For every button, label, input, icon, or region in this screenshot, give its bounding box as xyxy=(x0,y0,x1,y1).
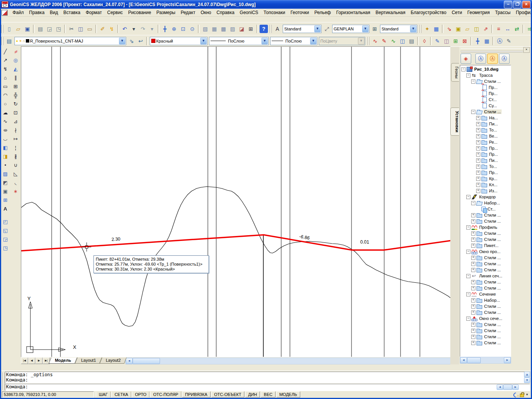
toggle-отс-объект[interactable]: ОТС-ОБЪЕКТ xyxy=(211,391,244,397)
offset-button[interactable]: ∥ xyxy=(11,73,21,82)
expand-icon[interactable]: + xyxy=(471,213,475,217)
menu-item-0[interactable]: Файл xyxy=(10,9,27,16)
tab-nav-button-0[interactable]: |◀ xyxy=(21,358,28,364)
linetype-combo[interactable]: ПоСлою ▼ xyxy=(209,37,269,45)
tree-item[interactable]: +Пикет... xyxy=(460,242,511,249)
tree-item[interactable]: +Стили ... xyxy=(460,334,511,340)
tree-item[interactable]: −Профиль xyxy=(460,224,511,230)
collapse-icon[interactable]: − xyxy=(466,73,470,78)
zoom-realtime-button[interactable]: ⊕ xyxy=(170,25,178,33)
tree-item[interactable]: +Из... xyxy=(460,188,511,194)
pr-annotate-button[interactable]: Ⓐ xyxy=(496,37,504,45)
redo-dd-button[interactable]: ▾ xyxy=(148,25,156,33)
quickcalc-button[interactable]: ⊞ xyxy=(247,25,255,33)
scroll-right-icon[interactable]: ► xyxy=(504,357,511,363)
revcloud-button[interactable]: ☁ xyxy=(1,108,10,117)
expand-icon[interactable]: + xyxy=(476,158,480,163)
plot-button[interactable]: ▤ xyxy=(36,25,44,33)
sun-icon[interactable]: ☀ xyxy=(19,39,22,43)
region-button[interactable]: ▣ xyxy=(1,187,10,196)
layout-tab-layout2[interactable]: Layout2 xyxy=(100,358,127,364)
tree-item[interactable]: −Коридор xyxy=(460,194,511,200)
tree-item[interactable]: Пр... xyxy=(460,90,511,97)
text-style-combo[interactable]: Standard ▼ xyxy=(283,25,321,33)
tree-item[interactable]: +Пр... xyxy=(460,151,511,157)
tree-item[interactable]: +Стили ... xyxy=(460,230,511,236)
toggle-орто[interactable]: ОРТО xyxy=(132,391,149,397)
ellipse-button[interactable]: ⊜ xyxy=(1,127,10,133)
expand-icon[interactable]: + xyxy=(476,189,480,193)
collapse-icon[interactable]: − xyxy=(461,67,466,71)
fillet-button[interactable]: ◟ xyxy=(11,178,21,187)
toggle-модель[interactable]: МОДЕЛЬ xyxy=(276,391,300,397)
tree-item[interactable]: +Стили ... xyxy=(460,267,511,273)
toggle-привязка[interactable]: ПРИВЯЗКА xyxy=(182,391,210,397)
command-hscrollbar[interactable]: ◄ ► xyxy=(497,385,520,390)
layer-combo[interactable]: ● ☀ ∩ R_Поверхность1_CNT-MAJ ▼ xyxy=(14,37,126,45)
expand-icon[interactable]: + xyxy=(476,165,480,169)
publish-button[interactable]: ◳ xyxy=(54,25,63,33)
gc-folder-button[interactable]: ▱ xyxy=(463,25,472,33)
command-vscrollbar[interactable]: ▲ ▼ xyxy=(524,372,530,383)
tree-item[interactable]: −Окно про... xyxy=(460,249,511,255)
hatch-button[interactable]: ▨ xyxy=(1,169,10,178)
toggle-сетка[interactable]: СЕТКА xyxy=(111,391,131,397)
communication-center-icon[interactable] xyxy=(513,392,518,397)
layout-tab-layout1[interactable]: Layout1 xyxy=(74,358,102,364)
mirror-button[interactable]: ◭ xyxy=(11,65,21,73)
menu-item-14[interactable]: Рельеф xyxy=(312,9,334,16)
expand-icon[interactable]: + xyxy=(471,335,475,339)
layer-prev-button[interactable]: ↩ xyxy=(136,37,145,45)
toolbar-grip[interactable] xyxy=(1,37,3,45)
menu-item-15[interactable]: Горизонтальная xyxy=(334,9,373,16)
tag-a3-button[interactable]: Ⓐ xyxy=(499,54,510,64)
table-style-combo[interactable]: Standard ▼ xyxy=(380,25,417,33)
redo-button[interactable]: ↷ xyxy=(139,25,147,33)
pr-create-button[interactable]: ∿ xyxy=(371,37,379,45)
expand-icon[interactable]: + xyxy=(471,280,475,284)
tree-item[interactable]: −Окно сече... xyxy=(460,315,511,321)
tree-item[interactable]: +Стили ... xyxy=(460,340,511,346)
paste-button[interactable]: ▭ xyxy=(86,25,94,33)
tree-item[interactable]: +Кр... xyxy=(460,176,511,182)
match-props-button[interactable]: ✐ xyxy=(98,25,107,33)
plot-preview-button[interactable]: ◲ xyxy=(45,25,54,33)
tree-item[interactable]: +То... xyxy=(460,163,511,169)
panel-close-button[interactable]: × xyxy=(523,47,530,53)
collapse-icon[interactable]: − xyxy=(466,274,470,278)
pr-sign-button[interactable]: ✎ xyxy=(505,37,513,45)
tree-item[interactable]: Су... xyxy=(460,103,511,109)
gc-docs-button[interactable]: ◫ xyxy=(472,25,481,33)
pr-sheets-button[interactable]: ◫ xyxy=(442,37,451,45)
tab-nav-button-1[interactable]: ◀ xyxy=(28,358,35,364)
properties-button[interactable]: ▧ xyxy=(201,25,209,33)
tree-item[interactable]: +Стили ... xyxy=(460,285,511,291)
menu-item-19[interactable]: Геометрия xyxy=(465,9,492,16)
command-input[interactable]: Команда: xyxy=(5,384,530,391)
tree-item[interactable]: +Стили ... xyxy=(460,279,511,285)
ellipse-arc-button[interactable]: ◡ xyxy=(1,136,10,142)
toolbar-grip[interactable] xyxy=(269,25,272,33)
tree-item[interactable]: +Пр... xyxy=(460,145,511,151)
tree-item[interactable]: −Трасса xyxy=(460,72,511,78)
block-editor-button[interactable]: ↯ xyxy=(108,25,116,33)
tree-item[interactable]: +На... xyxy=(460,115,511,121)
menu-item-10[interactable]: Справка xyxy=(214,9,237,16)
expand-icon[interactable]: + xyxy=(471,268,475,272)
side-tab-1[interactable]: Установки xyxy=(450,108,459,136)
array-button[interactable]: ⊞ xyxy=(11,82,21,91)
minimize-button[interactable]: − xyxy=(504,1,512,8)
command-grip[interactable] xyxy=(2,372,5,390)
scroll-down-icon[interactable]: ▼ xyxy=(524,377,530,383)
tree-item[interactable]: Пр... xyxy=(460,84,511,90)
expand-icon[interactable]: + xyxy=(471,329,475,333)
lock-open-icon[interactable]: ∩ xyxy=(23,39,25,43)
layer-color-swatch[interactable] xyxy=(26,39,29,43)
tree-item[interactable]: +Стили ... xyxy=(460,236,511,242)
scroll-thumb[interactable] xyxy=(133,358,160,364)
collapse-icon[interactable]: − xyxy=(466,250,470,254)
side-tab-0[interactable]: Геоны xyxy=(451,63,459,82)
zoom-previous-button[interactable]: ⊙ xyxy=(188,25,196,33)
scroll-up-icon[interactable]: ▲ xyxy=(524,372,530,377)
tree-item[interactable]: −Стили ... xyxy=(460,78,511,84)
